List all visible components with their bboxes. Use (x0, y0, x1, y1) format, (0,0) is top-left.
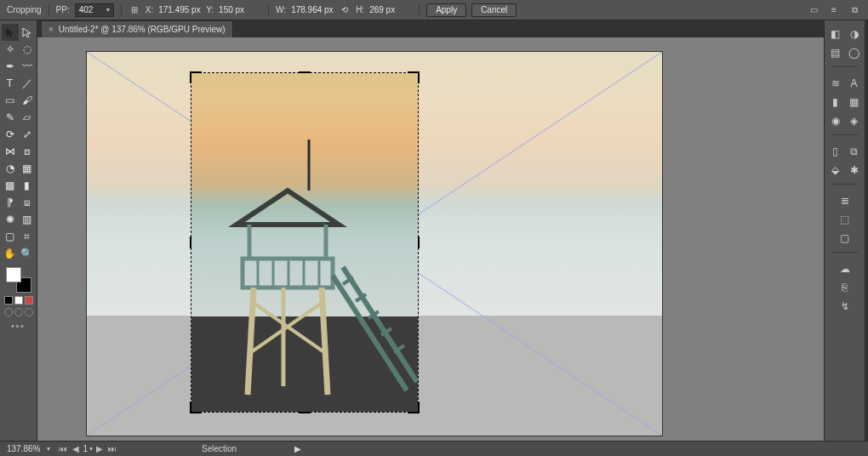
rectangle-tool[interactable]: ▭ (2, 92, 19, 109)
panel-stroke-icon[interactable]: ≋ (827, 75, 844, 92)
panel-brushes-icon[interactable]: ◯ (846, 44, 863, 61)
color-mode-color[interactable] (4, 296, 13, 305)
curvature-tool[interactable]: 〰 (19, 58, 36, 75)
panel-color-guide-icon[interactable]: ◑ (846, 26, 863, 43)
zoom-tool[interactable]: 🔍 (19, 245, 36, 262)
free-transform-tool[interactable]: ⧈ (19, 143, 36, 160)
h-field[interactable]: 269 px (369, 5, 412, 14)
reference-point-icon[interactable]: ⊞ (128, 4, 140, 16)
panel-character-icon[interactable]: A (846, 75, 863, 92)
next-artboard-button[interactable]: ▶ (94, 444, 105, 453)
panel-graphic-styles-icon[interactable]: ◈ (846, 112, 863, 129)
crop-handle-tl[interactable] (190, 71, 202, 83)
status-selection-label: Selection (202, 444, 237, 453)
draw-normal[interactable] (4, 308, 13, 316)
artboard-number[interactable]: 1 (83, 444, 88, 453)
crop-handle-bottom[interactable] (299, 412, 311, 413)
scale-tool[interactable]: ⤢ (19, 126, 36, 143)
line-segment-tool[interactable]: ／ (19, 75, 36, 92)
panel-align-icon[interactable]: ▯ (827, 143, 844, 160)
ppi-dropdown[interactable]: 402 ▾ (75, 3, 114, 17)
shaper-tool[interactable]: ✎ (2, 109, 19, 126)
draw-behind[interactable] (14, 308, 23, 316)
panel-symbols-icon[interactable]: ✱ (846, 162, 863, 179)
panel-links-icon[interactable]: ⎘ (837, 279, 854, 296)
last-artboard-button[interactable]: ⏭ (106, 444, 118, 453)
panel-color-icon[interactable]: ◧ (827, 26, 844, 43)
panel-actions-icon[interactable]: ↯ (837, 298, 854, 315)
h-label: H: (356, 5, 364, 14)
close-tab-icon[interactable]: × (49, 25, 54, 34)
document-tab-title: Untitled-2* @ 137.86% (RGB/GPU Preview) (59, 25, 226, 34)
zoom-dropdown-icon[interactable]: ▾ (47, 445, 50, 453)
panel-layers-icon[interactable]: ≣ (837, 192, 854, 209)
direct-selection-tool[interactable] (19, 24, 36, 41)
y-label: Y: (206, 5, 214, 14)
slice-tool[interactable]: ⌗ (19, 228, 36, 245)
artboard[interactable] (87, 52, 662, 436)
status-play-icon[interactable]: ▶ (294, 444, 301, 453)
gradient-tool[interactable]: ▮ (19, 177, 36, 194)
fill-swatch[interactable] (6, 267, 21, 282)
edit-toolbar-button[interactable]: ••• (11, 322, 26, 331)
magic-wand-tool[interactable]: ✧ (2, 41, 19, 58)
panel-dock: ◧ ◑ ▤ ◯ ≋ A ▮ ▦ ◉ ◈ ▯ ⧉ ⬙ ✱ ≣ (824, 20, 865, 441)
crop-handle-top[interactable] (299, 71, 311, 73)
shape-builder-tool[interactable]: ◔ (2, 160, 19, 177)
draw-inside[interactable] (25, 308, 33, 316)
crop-handle-right[interactable] (418, 237, 420, 248)
symbol-sprayer-tool[interactable]: ✺ (2, 211, 19, 228)
document-tab-bar: × Untitled-2* @ 137.86% (RGB/GPU Preview… (37, 20, 824, 37)
crop-handle-tr[interactable] (408, 71, 420, 83)
document-tab[interactable]: × Untitled-2* @ 137.86% (RGB/GPU Preview… (41, 20, 233, 37)
artboard-tool[interactable]: ▢ (2, 228, 19, 245)
type-tool[interactable]: T (2, 75, 19, 92)
y-field[interactable]: 150 px (219, 5, 261, 14)
prev-artboard-button[interactable]: ◀ (71, 444, 81, 453)
panel-artboards-icon[interactable]: ▢ (837, 230, 854, 247)
apply-button[interactable]: Apply (426, 3, 466, 17)
x-label: X: (146, 5, 153, 14)
crop-handle-left[interactable] (190, 237, 191, 248)
blend-tool[interactable]: ⧆ (19, 194, 36, 211)
eyedropper-tool[interactable]: ⁋ (2, 194, 19, 211)
preferences-icon[interactable]: ≡ (827, 3, 841, 17)
panel-transparency-icon[interactable]: ▦ (846, 94, 863, 111)
arrange-documents-icon[interactable]: ⧉ (848, 3, 861, 17)
hand-tool[interactable]: ✋ (2, 245, 19, 262)
width-tool[interactable]: ⋈ (2, 143, 19, 160)
selection-tool[interactable] (2, 24, 19, 41)
color-mode-none[interactable] (25, 296, 33, 305)
mesh-tool[interactable]: ▩ (2, 177, 19, 194)
document-setup-icon[interactable]: ▭ (807, 3, 820, 17)
lasso-tool[interactable]: ◌ (19, 41, 36, 58)
w-field[interactable]: 178.964 px (291, 5, 334, 14)
panel-swatches-icon[interactable]: ▤ (827, 44, 844, 61)
panel-asset-export-icon[interactable]: ⬚ (837, 211, 854, 228)
draw-modes (4, 308, 33, 316)
column-graph-tool[interactable]: ▥ (19, 211, 36, 228)
rotate-tool[interactable]: ⟳ (2, 126, 19, 143)
panel-transform-icon[interactable]: ⧉ (846, 143, 863, 160)
paintbrush-tool[interactable]: 🖌 (19, 92, 36, 109)
crop-handle-bl[interactable] (190, 402, 202, 413)
eraser-tool[interactable]: ▱ (19, 109, 36, 126)
color-mode-gradient[interactable] (14, 296, 23, 305)
pen-tool[interactable]: ✒ (2, 58, 19, 75)
color-mode-row (4, 296, 33, 305)
panel-appearance-icon[interactable]: ◉ (827, 112, 844, 129)
panel-pathfinder-icon[interactable]: ⬙ (827, 162, 844, 179)
fill-stroke-swatches[interactable] (6, 267, 31, 293)
document-viewport[interactable] (37, 37, 824, 441)
zoom-level[interactable]: 137.86% (7, 444, 40, 453)
x-field[interactable]: 171.495 px (158, 5, 201, 14)
first-artboard-button[interactable]: ⏮ (57, 444, 69, 453)
panel-libraries-icon[interactable]: ☁ (837, 260, 854, 277)
cancel-button[interactable]: Cancel (471, 3, 517, 17)
crop-handle-br[interactable] (408, 402, 420, 413)
lifeguard-tower-icon (207, 131, 418, 403)
link-wh-icon[interactable]: ⟲ (339, 4, 351, 16)
perspective-grid-tool[interactable]: ▦ (19, 160, 36, 177)
crop-marquee[interactable] (191, 72, 419, 413)
panel-gradient-icon[interactable]: ▮ (827, 94, 844, 111)
